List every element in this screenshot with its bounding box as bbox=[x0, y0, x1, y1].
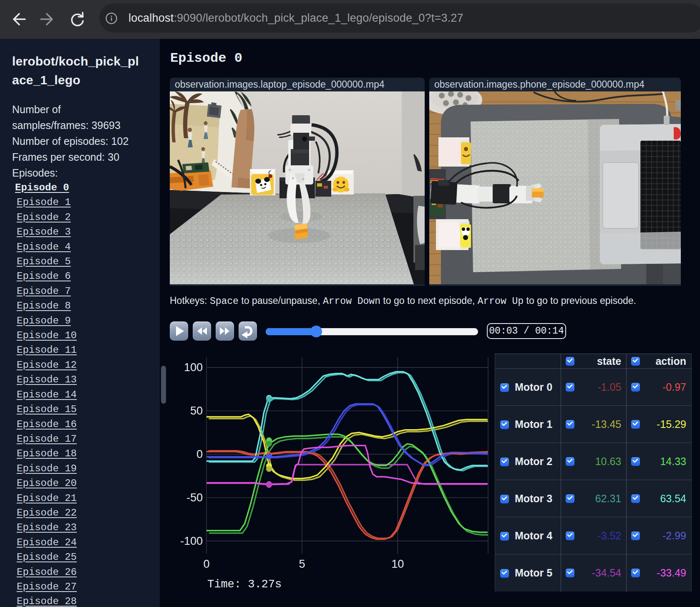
svg-text:-50: -50 bbox=[186, 491, 203, 504]
svg-text:50: 50 bbox=[190, 405, 203, 417]
svg-text:100: 100 bbox=[184, 361, 203, 374]
svg-text:5: 5 bbox=[299, 558, 305, 570]
svg-text:-100: -100 bbox=[180, 535, 203, 547]
svg-text:0: 0 bbox=[203, 558, 209, 570]
svg-text:10: 10 bbox=[391, 558, 404, 570]
svg-text:0: 0 bbox=[196, 448, 203, 460]
